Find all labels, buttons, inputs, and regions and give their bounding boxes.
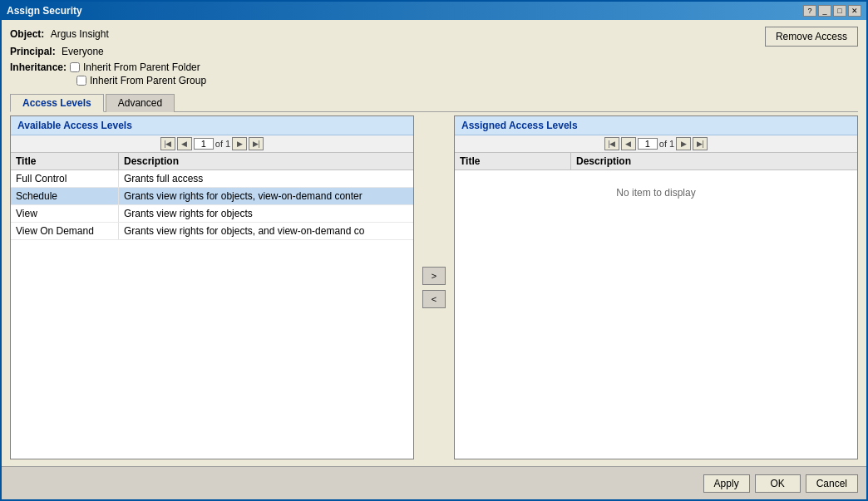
row-title: Full Control (11, 170, 119, 187)
assigned-page-of: of 1 (659, 139, 674, 149)
close-button[interactable]: ✕ (848, 5, 861, 17)
nav-first-btn-available[interactable]: |◀ (160, 137, 175, 150)
minimize-button[interactable]: _ (818, 5, 831, 17)
inheritance-row: Inheritance: Inherit From Parent Folder … (10, 61, 206, 86)
table-row[interactable]: View Grants view rights for objects (11, 205, 413, 223)
available-col-desc-header: Description (119, 153, 413, 169)
help-button[interactable]: ? (803, 5, 816, 17)
dialog-title: Assign Security (7, 5, 82, 17)
object-value: Argus Insight (51, 28, 109, 40)
dialog-footer: Apply OK Cancel (2, 466, 866, 499)
cancel-button[interactable]: Cancel (806, 474, 858, 493)
row-desc: Grants view rights for objects, view-on-… (119, 188, 413, 204)
principal-label: Principal: (10, 46, 56, 57)
assigned-table-header: Title Description (455, 153, 857, 170)
nav-next-btn-assigned[interactable]: ▶ (676, 137, 691, 150)
title-bar: Assign Security ? _ □ ✕ (2, 2, 866, 20)
available-panel-toolbar: |◀ ◀ of 1 ▶ ▶| (11, 135, 413, 153)
available-table-header: Title Description (11, 153, 413, 170)
assigned-table-body: No item to display (455, 170, 857, 459)
inheritance-label: Inheritance: (10, 61, 67, 73)
available-col-title-header: Title (11, 153, 119, 169)
ok-button[interactable]: OK (755, 474, 801, 493)
available-panel: Available Access Levels |◀ ◀ of 1 ▶ ▶| T… (10, 115, 414, 459)
dialog-body: Object: Argus Insight Principal: Everyon… (2, 20, 866, 466)
tab-access-levels[interactable]: Access Levels (10, 94, 104, 112)
principal-value: Everyone (62, 46, 104, 57)
nav-prev-btn-assigned[interactable]: ◀ (621, 137, 636, 150)
inherit-parent-folder-label[interactable]: Inherit From Parent Folder (70, 61, 200, 73)
table-row[interactable]: Full Control Grants full access (11, 170, 413, 188)
inherit-parent-folder-text: Inherit From Parent Folder (83, 61, 200, 73)
top-left: Object: Argus Insight Principal: Everyon… (10, 27, 206, 90)
inherit-parent-group-checkbox[interactable] (76, 76, 86, 86)
available-table-body: Full Control Grants full access Schedule… (11, 170, 413, 459)
row-desc: Grants full access (119, 170, 413, 187)
assigned-col-desc-header: Description (571, 153, 857, 169)
assigned-page-input[interactable] (638, 138, 658, 150)
object-row: Object: Argus Insight (10, 27, 206, 42)
inherit-parent-group-label[interactable]: Inherit From Parent Group (76, 75, 206, 86)
nav-prev-btn-available[interactable]: ◀ (177, 137, 192, 150)
row-desc: Grants view rights for objects (119, 205, 413, 222)
row-desc: Grants view rights for objects, and view… (119, 223, 413, 239)
row-title: Schedule (11, 188, 119, 204)
assigned-panel: Assigned Access Levels |◀ ◀ of 1 ▶ ▶| Ti… (454, 115, 858, 459)
tab-advanced[interactable]: Advanced (106, 94, 175, 112)
move-right-button[interactable]: > (422, 267, 446, 285)
top-section: Object: Argus Insight Principal: Everyon… (10, 27, 858, 90)
available-panel-header: Available Access Levels (11, 116, 413, 135)
available-page-input[interactable] (194, 138, 214, 150)
main-content: Available Access Levels |◀ ◀ of 1 ▶ ▶| T… (10, 115, 858, 459)
assign-security-dialog: Assign Security ? _ □ ✕ Object: Argus In… (0, 0, 868, 501)
row-title: View On Demand (11, 223, 119, 239)
nav-last-btn-assigned[interactable]: ▶| (693, 137, 708, 150)
title-bar-buttons: ? _ □ ✕ (803, 5, 861, 17)
transfer-controls: > < (417, 115, 451, 459)
remove-access-button[interactable]: Remove Access (765, 27, 858, 47)
row-title: View (11, 205, 119, 222)
no-items-message: No item to display (455, 170, 857, 215)
inherit-parent-folder-checkbox[interactable] (70, 62, 80, 72)
nav-first-btn-assigned[interactable]: |◀ (604, 137, 619, 150)
assigned-panel-toolbar: |◀ ◀ of 1 ▶ ▶| (455, 135, 857, 153)
assigned-panel-header: Assigned Access Levels (455, 116, 857, 135)
table-row[interactable]: View On Demand Grants view rights for ob… (11, 223, 413, 240)
nav-last-btn-available[interactable]: ▶| (249, 137, 264, 150)
apply-button[interactable]: Apply (703, 474, 750, 493)
nav-next-btn-available[interactable]: ▶ (232, 137, 247, 150)
available-page-of: of 1 (215, 139, 230, 149)
object-label: Object: (10, 28, 44, 40)
tab-bar: Access Levels Advanced (10, 93, 858, 112)
inherit-parent-group-text: Inherit From Parent Group (90, 75, 206, 86)
maximize-button[interactable]: □ (833, 5, 846, 17)
move-left-button[interactable]: < (422, 290, 446, 308)
table-row[interactable]: Schedule Grants view rights for objects,… (11, 188, 413, 205)
assigned-col-title-header: Title (455, 153, 571, 169)
principal-row: Principal: Everyone (10, 44, 206, 60)
